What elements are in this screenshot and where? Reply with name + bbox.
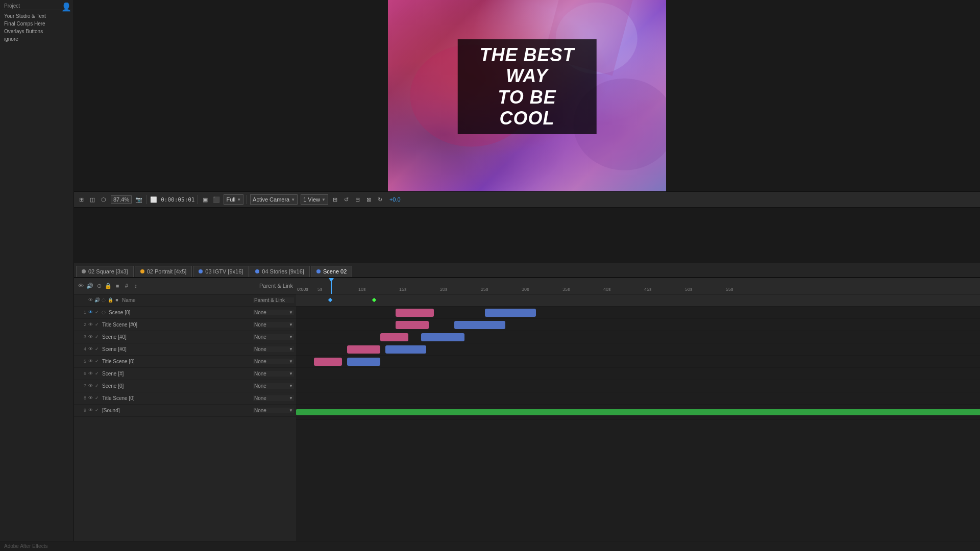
- parent-select-6[interactable]: None ▼: [253, 371, 294, 377]
- eye-icon-l9[interactable]: 👁: [87, 407, 93, 413]
- pixel-aspect-icon[interactable]: ▣: [201, 195, 209, 204]
- track-clip-green-audio[interactable]: [296, 409, 980, 415]
- checkmark-icon-l8[interactable]: ✓: [94, 395, 100, 401]
- parent-select-3[interactable]: None ▼: [253, 334, 294, 340]
- left-panel-item-1[interactable]: Your Studio & Text: [2, 12, 71, 20]
- track-clip-blue-4a[interactable]: [385, 345, 426, 354]
- table-row[interactable]: 9 👁 ✓ [Sound] None ▼: [74, 405, 296, 417]
- lock-icon[interactable]: 🔒: [105, 282, 112, 289]
- track-clip-pink-5b[interactable]: [314, 358, 342, 366]
- eye-icon-l7[interactable]: 👁: [87, 383, 93, 389]
- layer-name-2: Title Scene [#0]: [102, 322, 252, 328]
- mask-icon[interactable]: ◫: [88, 195, 96, 204]
- track-clip-blue-2a[interactable]: [454, 321, 505, 329]
- reset-view-icon[interactable]: ↺: [342, 195, 351, 204]
- comp-tab-4[interactable]: Scene 02: [311, 266, 352, 277]
- checkmark-icon-l4[interactable]: ✓: [94, 346, 100, 352]
- table-row[interactable]: 6 👁 ✓ Scene [#] None ▼: [74, 368, 296, 380]
- checkmark-icon-l9[interactable]: ✓: [94, 407, 100, 413]
- table-row[interactable]: 1 👁 ✓ ◌ Scene [0] None ▼: [74, 307, 296, 319]
- track-row-4[interactable]: [296, 343, 980, 356]
- table-row[interactable]: 7 👁 ✓ Scene [0] None ▼: [74, 380, 296, 392]
- comp-tab-2[interactable]: 03 IGTV [9x16]: [193, 266, 249, 277]
- refresh-icon[interactable]: ↻: [376, 195, 384, 204]
- eye-icon-l3[interactable]: 👁: [87, 334, 93, 340]
- eye-icon-l8[interactable]: 👁: [87, 395, 93, 401]
- timecode-display[interactable]: 0:00:05:01: [161, 196, 194, 203]
- camera-view-dropdown[interactable]: Active Camera ▼: [250, 194, 298, 205]
- parent-link-label: Parent & Link: [259, 283, 293, 289]
- parent-select-1[interactable]: None ▼: [253, 310, 294, 315]
- parent-select-2[interactable]: None ▼: [253, 322, 294, 328]
- grid-icon[interactable]: ⊞: [77, 195, 85, 204]
- left-panel-item-2[interactable]: Final Comps Here: [2, 20, 71, 28]
- parent-select-5[interactable]: None ▼: [253, 359, 294, 364]
- table-row[interactable]: 3 👁 ✓ Scene [#0] None ▼: [74, 331, 296, 343]
- render-queue-icon[interactable]: ⊟: [354, 195, 362, 204]
- hide-icon[interactable]: 👁: [77, 282, 84, 289]
- keyframe-marker: [328, 297, 332, 302]
- checkmark-icon-l2[interactable]: ✓: [94, 321, 100, 328]
- parent-select-7[interactable]: None ▼: [253, 383, 294, 389]
- eye-icon-l4[interactable]: 👁: [87, 346, 93, 352]
- comp-tab-3[interactable]: 04 Stories [9x16]: [250, 266, 310, 277]
- track-row-5[interactable]: [296, 356, 980, 368]
- ruler-mark-50: 50s: [684, 287, 725, 292]
- comp-tab-1[interactable]: 02 Portrait [4x5]: [135, 266, 192, 277]
- comp-tab-0[interactable]: 02 Square [3x3]: [76, 266, 134, 277]
- parent-select-9[interactable]: None ▼: [253, 408, 294, 413]
- checkmark-icon-l5[interactable]: ✓: [94, 358, 100, 364]
- track-clip-pink-2b[interactable]: [396, 321, 429, 329]
- snapshot-icon[interactable]: 📷: [135, 195, 143, 204]
- eye-icon-l1[interactable]: 👁: [87, 309, 93, 315]
- track-clip-pink-3b[interactable]: [380, 333, 408, 341]
- track-clip-blue-5a[interactable]: [347, 358, 380, 366]
- track-clip-blue-1a[interactable]: [485, 309, 536, 317]
- eye-icon-l6[interactable]: 👁: [87, 370, 93, 377]
- viewer-toolbar: ⊞ ◫ ⬡ 87.4% 📷 ⬜ 0:00:05:01 ▣ ⬛ Full ▼: [74, 191, 980, 208]
- parent-chevron-5: ▼: [289, 359, 293, 364]
- comp-flowchart-icon[interactable]: ⊞: [331, 195, 339, 204]
- table-row[interactable]: 5 👁 ✓ Title Scene [0] None ▼: [74, 356, 296, 368]
- timeline-empty-space: [296, 420, 980, 541]
- shy-icon[interactable]: ◌: [101, 297, 107, 303]
- eye-icon[interactable]: 👁: [87, 297, 93, 303]
- table-row[interactable]: 8 👁 ✓ Title Scene [0] None ▼: [74, 392, 296, 405]
- track-clip-pink-1b[interactable]: [396, 309, 434, 317]
- parent-select-4[interactable]: None ▼: [253, 346, 294, 352]
- ruler-mark-15: 15s: [398, 287, 439, 292]
- eye-icon-l2[interactable]: 👁: [87, 321, 93, 328]
- main-area: Project Your Studio & Text Final Comps H…: [0, 0, 980, 541]
- playhead[interactable]: [331, 278, 332, 294]
- resolution-dropdown[interactable]: Full ▼: [224, 194, 243, 205]
- track-row-1[interactable]: [296, 307, 980, 319]
- parent-select-8[interactable]: None ▼: [253, 395, 294, 401]
- checkmark-icon-l3[interactable]: ✓: [94, 334, 100, 340]
- eye-icon-l5[interactable]: 👁: [87, 358, 93, 364]
- toggle-transparency-icon[interactable]: ⬜: [150, 195, 158, 204]
- checkmark-icon-l1[interactable]: ✓: [94, 309, 100, 315]
- 3d-icon[interactable]: ⬡: [100, 195, 108, 204]
- shy-icon-l1[interactable]: ◌: [101, 309, 107, 315]
- track-clip-pink-4b[interactable]: [347, 345, 380, 354]
- audio-icon[interactable]: 🔊: [94, 297, 100, 303]
- track-row-2[interactable]: [296, 319, 980, 331]
- track-row-3[interactable]: [296, 331, 980, 343]
- track-clip-blue-3a[interactable]: [421, 333, 464, 341]
- status-text: Adobe After Effects: [4, 543, 47, 549]
- audio-icon[interactable]: 🔊: [86, 282, 93, 289]
- left-panel-item-4[interactable]: ignore: [2, 35, 71, 43]
- half-res-icon[interactable]: ⬛: [212, 195, 220, 204]
- solo-icon[interactable]: ⊙: [95, 282, 103, 289]
- parent-chevron-6: ▼: [289, 371, 293, 376]
- left-panel-item-3[interactable]: Overlays Buttons: [2, 28, 71, 35]
- magnification-display[interactable]: 87.4%: [111, 195, 132, 204]
- checkmark-icon-l7[interactable]: ✓: [94, 383, 100, 389]
- offset-display: +0.0: [389, 196, 401, 203]
- view-count-dropdown[interactable]: 1 View ▼: [301, 194, 328, 205]
- checkmark-icon-l6[interactable]: ✓: [94, 370, 100, 377]
- snapshot-compare-icon[interactable]: ⊠: [365, 195, 373, 204]
- lock-icon[interactable]: 🔒: [107, 297, 113, 303]
- table-row[interactable]: 4 👁 ✓ Scene [#0] None ▼: [74, 343, 296, 356]
- table-row[interactable]: 2 👁 ✓ Title Scene [#0] None ▼: [74, 319, 296, 331]
